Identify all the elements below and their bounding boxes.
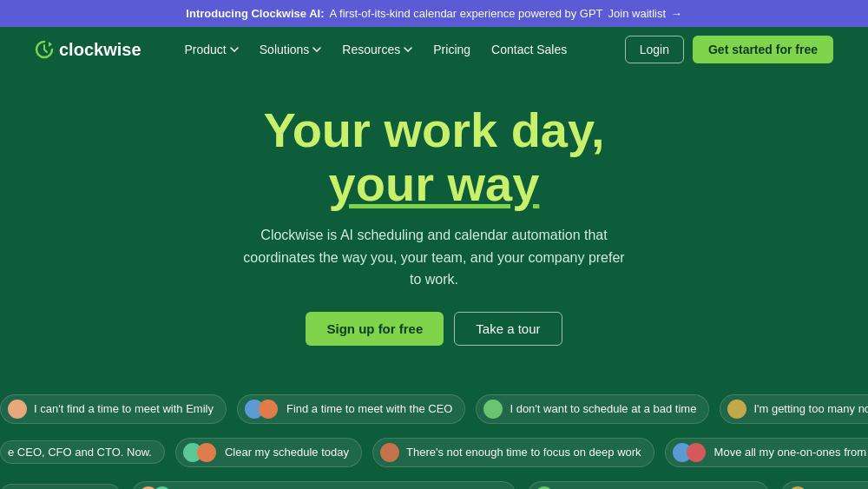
nav-actions: Login Get started for free [625, 36, 833, 63]
hero-description: Clockwise is AI scheduling and calendar … [243, 224, 625, 291]
chevron-down-icon [404, 47, 412, 52]
get-started-button[interactable]: Get started for free [693, 36, 833, 63]
clockwise-logo-icon [35, 40, 54, 59]
nav-contact[interactable]: Contact Sales [483, 37, 575, 62]
nav-pricing[interactable]: Pricing [424, 37, 479, 62]
hero-buttons: Sign up for free Take a tour [17, 312, 851, 346]
announcement-description: A first-of-its-kind calendar experience … [330, 7, 603, 20]
ticker-item: I'm getting too many notifications [720, 394, 868, 424]
ticker-item: Find a time to meet with the CEO [780, 481, 868, 489]
navbar: clockwise Product Solutions Resources Pr… [0, 27, 868, 72]
chevron-down-icon [230, 47, 239, 52]
ticker-item: I need to meet with Dario and Nikita for… [131, 481, 516, 489]
announcement-intro: Introducing Clockwise AI: [186, 7, 324, 20]
logo-text: clockwise [59, 40, 141, 60]
hero-section: Your work day, your way Clockwise is AI … [0, 72, 868, 389]
ticker-item: n today to tomorrow [0, 484, 121, 489]
ticker-item: Find a time to meet with the CEO [237, 394, 465, 424]
nav-solutions[interactable]: Solutions [251, 37, 331, 62]
announcement-bar: Introducing Clockwise AI: A first-of-its… [0, 0, 868, 27]
ticker-row-2: e CEO, CFO and CTO. Now. Clear my schedu… [0, 433, 868, 472]
ticker-item: Schedule 1:1s with all my direct reports [527, 481, 770, 489]
hero-headline: Your work day, your way [17, 103, 851, 210]
ticker-item: e CEO, CFO and CTO. Now. [0, 440, 165, 464]
ticker-item: I can't find a time to meet with Emily [0, 394, 227, 424]
ticker-section-3: n today to tomorrow I need to meet with … [0, 476, 868, 489]
ticker-row-3: n today to tomorrow I need to meet with … [0, 476, 868, 489]
ticker-section-1: I can't find a time to meet with Emily F… [0, 389, 868, 429]
logo[interactable]: clockwise [35, 40, 141, 60]
ticker-item: There's not enough time to focus on deep… [372, 438, 654, 467]
ticker-item: I don't want to schedule at a bad time [476, 394, 709, 424]
signup-button[interactable]: Sign up for free [306, 312, 444, 346]
announcement-cta[interactable]: Join waitlist → [608, 7, 682, 20]
nav-product[interactable]: Product [176, 37, 247, 62]
ticker-section-2: e CEO, CFO and CTO. Now. Clear my schedu… [0, 433, 868, 472]
ticker-item: Move all my one-on-ones from today to to… [665, 438, 868, 467]
login-button[interactable]: Login [625, 36, 684, 63]
chevron-down-icon [312, 47, 321, 52]
ticker-row-1: I can't find a time to meet with Emily F… [0, 389, 868, 429]
nav-links: Product Solutions Resources Pricing Cont… [176, 37, 608, 62]
ticker-item: Clear my schedule today [175, 438, 362, 467]
nav-resources[interactable]: Resources [333, 37, 421, 62]
tour-button[interactable]: Take a tour [454, 312, 562, 346]
